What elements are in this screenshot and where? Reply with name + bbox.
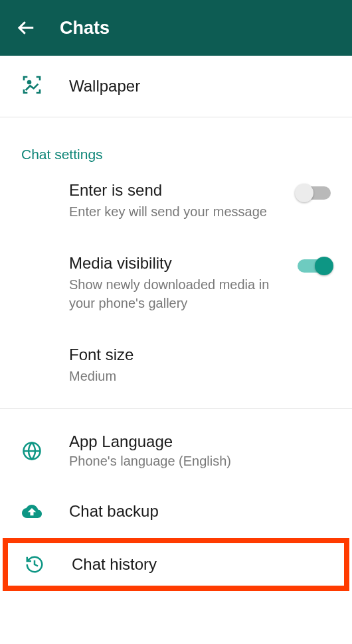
setting-enter-is-send[interactable]: Enter is send Enter key will send your m…: [0, 168, 352, 234]
setting-title: Media visibility: [69, 254, 290, 273]
wallpaper-label: Wallpaper: [69, 77, 140, 96]
chat-backup-row[interactable]: Chat backup: [0, 485, 352, 538]
setting-title: Font size: [69, 346, 323, 364]
app-language-title: App Language: [69, 432, 331, 451]
back-arrow-icon[interactable]: [16, 18, 36, 38]
chat-history-title: Chat history: [72, 555, 328, 574]
wallpaper-row[interactable]: Wallpaper: [0, 56, 352, 117]
chat-backup-title: Chat backup: [69, 502, 331, 521]
setting-subtitle: Show newly downloaded media in your phon…: [69, 275, 290, 312]
history-icon: [24, 554, 45, 575]
setting-media-visibility[interactable]: Media visibility Show newly downloaded m…: [0, 234, 352, 326]
page-title: Chats: [60, 18, 110, 38]
setting-subtitle: Enter key will send your message: [69, 202, 290, 221]
setting-title: Enter is send: [69, 181, 290, 200]
section-header-chat-settings: Chat settings: [0, 117, 352, 168]
setting-value: Medium: [69, 367, 323, 385]
toggle-enter-send[interactable]: [298, 186, 331, 200]
toggle-media-visibility[interactable]: [298, 259, 331, 273]
svg-point-1: [28, 81, 31, 84]
app-language-subtitle: Phone's language (English): [69, 454, 331, 469]
chat-history-row[interactable]: Chat history: [3, 538, 349, 591]
app-language-row[interactable]: App Language Phone's language (English): [0, 409, 352, 485]
globe-icon: [21, 440, 43, 462]
setting-font-size[interactable]: Font size Medium: [0, 326, 352, 408]
cloud-upload-icon: [21, 501, 43, 522]
wallpaper-icon: [21, 74, 43, 98]
app-header: Chats: [0, 0, 352, 56]
